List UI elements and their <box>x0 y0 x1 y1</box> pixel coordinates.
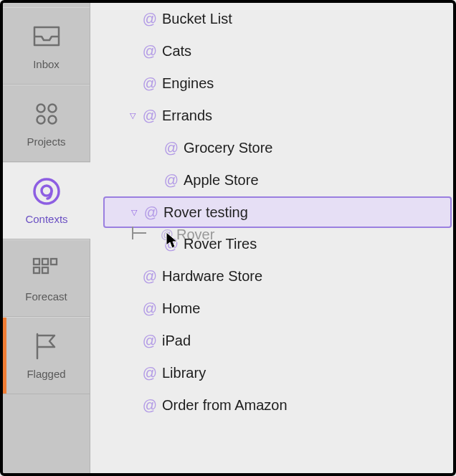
context-label: Order from Amazon <box>162 397 288 414</box>
at-icon: @ <box>141 268 159 285</box>
at-icon: @ <box>141 333 159 349</box>
context-row-grocery-store[interactable]: ▽@Grocery Store <box>90 132 453 164</box>
at-icon: @ <box>142 204 161 221</box>
sidebar-item-contexts[interactable]: Contexts <box>3 162 90 239</box>
sidebar-item-label: Projects <box>27 135 65 148</box>
svg-rect-7 <box>42 259 48 265</box>
sidebar-item-projects[interactable]: Projects <box>3 85 90 162</box>
at-icon: @ <box>141 11 159 27</box>
context-row-bucket-list[interactable]: ▽@Bucket List <box>90 3 453 35</box>
context-label: Hardware Store <box>162 268 262 285</box>
context-list[interactable]: ▽@Bucket List▽@Cats▽@Engines▽@Errands▽@G… <box>90 3 453 422</box>
at-icon: @ <box>162 140 181 156</box>
sidebar-item-label: Forecast <box>25 290 67 303</box>
sidebar: Inbox Projects Contexts <box>3 3 90 473</box>
flagged-accent <box>3 318 6 394</box>
context-row-home[interactable]: ▽@Home <box>90 292 453 325</box>
flag-icon <box>31 332 62 361</box>
context-row-cats[interactable]: ▽@Cats <box>90 35 453 67</box>
at-icon: @ <box>162 236 181 252</box>
sidebar-item-inbox[interactable]: Inbox <box>3 7 90 85</box>
sidebar-item-label: Inbox <box>33 58 60 70</box>
context-label: iPad <box>162 333 191 349</box>
context-row-order-amazon[interactable]: ▽@Order from Amazon <box>90 389 453 422</box>
projects-icon <box>31 100 62 128</box>
context-row-rover-tires[interactable]: ▽@Rover Tires <box>90 228 453 260</box>
context-list-panel: ▽@Bucket List▽@Cats▽@Engines▽@Errands▽@G… <box>90 3 453 473</box>
context-label: Cats <box>162 43 191 60</box>
context-label: Engines <box>162 75 214 92</box>
sidebar-item-flagged[interactable]: Flagged <box>3 317 90 394</box>
at-icon: @ <box>141 365 159 381</box>
context-label: Bucket List <box>162 11 232 27</box>
svg-point-4 <box>34 179 59 204</box>
context-row-rover-testing[interactable]: ▽@Rover testing <box>103 196 452 228</box>
context-label: Home <box>162 300 200 317</box>
sidebar-item-label: Flagged <box>27 368 65 380</box>
svg-point-1 <box>48 104 56 112</box>
context-row-hardware-store[interactable]: ▽@Hardware Store <box>90 260 453 292</box>
app-root: Inbox Projects Contexts <box>3 3 453 473</box>
inbox-icon <box>31 22 62 51</box>
svg-rect-10 <box>42 267 48 273</box>
context-label: Apple Store <box>184 172 259 189</box>
at-icon: @ <box>141 300 159 317</box>
at-icon: @ <box>162 172 181 189</box>
sidebar-item-label: Contexts <box>25 213 67 225</box>
svg-rect-9 <box>34 267 39 273</box>
context-row-library[interactable]: ▽@Library <box>90 357 453 389</box>
context-label: Rover testing <box>163 204 248 221</box>
svg-rect-8 <box>51 259 57 265</box>
context-row-engines[interactable]: ▽@Engines <box>90 67 453 100</box>
svg-point-2 <box>37 115 44 123</box>
at-icon: @ <box>141 75 159 92</box>
disclosure-icon[interactable]: ▽ <box>128 111 138 120</box>
context-label: Library <box>162 365 206 381</box>
sidebar-item-forecast[interactable]: Forecast <box>3 239 90 317</box>
svg-rect-6 <box>34 259 39 265</box>
svg-point-3 <box>48 115 56 123</box>
at-icon: @ <box>141 397 159 414</box>
context-label: Rover Tires <box>184 236 257 252</box>
svg-point-0 <box>37 104 44 112</box>
context-row-ipad[interactable]: ▽@iPad <box>90 325 453 357</box>
at-icon: @ <box>141 43 159 60</box>
context-label: Grocery Store <box>184 140 272 156</box>
context-row-errands[interactable]: ▽@Errands <box>90 100 453 132</box>
contexts-icon <box>31 177 62 206</box>
context-label: Errands <box>162 108 212 124</box>
at-icon: @ <box>141 108 159 124</box>
context-row-apple-store[interactable]: ▽@Apple Store <box>90 164 453 196</box>
forecast-icon <box>31 254 62 283</box>
disclosure-icon[interactable]: ▽ <box>129 208 139 217</box>
